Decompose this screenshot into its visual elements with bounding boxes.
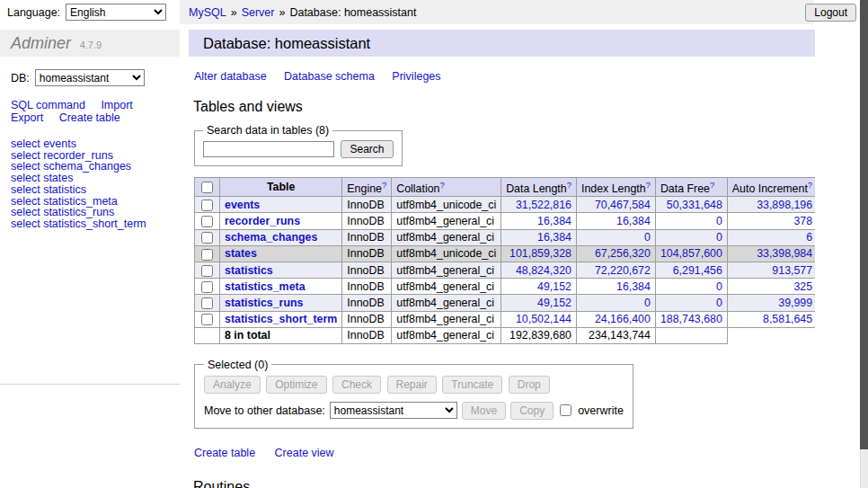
auto-increment-link[interactable]: 8,581,645 <box>763 313 812 325</box>
auto-increment-link[interactable]: 39,999 <box>778 297 812 309</box>
index-length-link[interactable]: 70,467,584 <box>595 199 651 211</box>
row-checkbox[interactable] <box>201 297 213 309</box>
auto-increment-link[interactable]: 378 <box>793 215 812 227</box>
db-select[interactable]: homeassistant <box>35 69 145 86</box>
move-row: Move to other database: homeassistant Mo… <box>204 402 624 420</box>
truncate-button[interactable]: Truncate <box>442 376 502 394</box>
breadcrumb-server-link[interactable]: Server <box>242 6 275 19</box>
data-length-link[interactable]: 16,384 <box>537 215 571 227</box>
app-logo: Adminer <box>11 34 71 52</box>
move-db-select[interactable]: homeassistant <box>330 402 457 419</box>
data-free-link[interactable]: 104,857,600 <box>660 247 722 260</box>
table-link[interactable]: schema_changes <box>225 231 317 244</box>
table-link[interactable]: events <box>225 199 260 211</box>
sidebar-link-export[interactable]: Export <box>11 111 43 124</box>
help-icon[interactable]: ? <box>382 180 386 190</box>
table-row: schema_changes InnoDB utf8mb4_general_ci… <box>195 229 816 245</box>
database-schema-link[interactable]: Database schema <box>284 70 375 83</box>
data-free-link[interactable]: 0 <box>716 280 722 293</box>
data-length-link[interactable]: 48,824,320 <box>516 264 571 277</box>
table-link[interactable]: statistics <box>225 264 273 277</box>
engine-cell: InnoDB <box>342 229 392 245</box>
row-checkbox[interactable] <box>201 200 213 211</box>
sidebar-item-select-states[interactable]: select states <box>11 173 180 184</box>
index-length-link[interactable]: 72,220,672 <box>595 264 651 277</box>
index-length-link[interactable]: 0 <box>644 231 651 244</box>
create-table-link[interactable]: Create table <box>194 447 255 459</box>
data-free-link[interactable]: 50,331,648 <box>667 199 722 211</box>
row-checkbox[interactable] <box>201 281 213 293</box>
data-free-link[interactable]: 6,291,456 <box>673 264 722 277</box>
table-link[interactable]: statistics_runs <box>225 297 303 309</box>
drop-button[interactable]: Drop <box>509 376 550 394</box>
sidebar-link-create-table[interactable]: Create table <box>59 111 120 124</box>
data-free-link[interactable]: 0 <box>716 215 722 227</box>
routines-heading: Routines <box>193 479 815 488</box>
help-icon[interactable]: ? <box>439 180 444 190</box>
sidebar-item-select-statistics-short-term[interactable]: select statistics_short_term <box>11 218 180 230</box>
search-fieldset: Search data in tables (8) Search <box>194 124 403 166</box>
optimize-button[interactable]: Optimize <box>266 376 326 394</box>
data-free-link[interactable]: 0 <box>716 231 722 244</box>
total-spacer <box>727 327 815 343</box>
overwrite-checkbox[interactable] <box>560 404 571 416</box>
vertical-scrollbar[interactable] <box>860 0 868 488</box>
table-link[interactable]: statistics_short_term <box>225 313 337 325</box>
sidebar-link-sql-command[interactable]: SQL command <box>11 99 85 111</box>
breadcrumb-server-type-link[interactable]: MySQL <box>189 6 226 19</box>
column-header-data-length: Data Length? <box>501 178 577 197</box>
column-header-collation: Collation? <box>392 178 501 197</box>
data-length-link[interactable]: 31,522,816 <box>516 199 571 211</box>
table-link[interactable]: recorder_runs <box>225 215 300 227</box>
analyze-button[interactable]: Analyze <box>204 376 261 394</box>
breadcrumb-separator: » <box>279 6 285 19</box>
sidebar-item-select-statistics[interactable]: select statistics <box>11 184 180 196</box>
auto-increment-link[interactable]: 913,577 <box>772 264 812 277</box>
help-icon[interactable]: ? <box>808 180 812 190</box>
index-length-link[interactable]: 24,166,400 <box>595 313 651 325</box>
logout-button[interactable]: Logout <box>805 4 856 22</box>
language-select[interactable]: English <box>66 4 166 21</box>
table-link[interactable]: statistics_meta <box>225 280 306 293</box>
data-length-link[interactable]: 16,384 <box>537 231 571 244</box>
row-checkbox[interactable] <box>201 232 213 244</box>
row-checkbox[interactable] <box>201 314 213 325</box>
move-button[interactable]: Move <box>462 402 506 420</box>
index-length-link[interactable]: 16,384 <box>616 280 651 293</box>
sidebar-divider <box>0 384 180 385</box>
help-icon[interactable]: ? <box>710 180 714 190</box>
sidebar-item-select-events[interactable]: select events <box>11 138 180 150</box>
data-free-link[interactable]: 0 <box>716 297 722 309</box>
scrollbar-thumb[interactable] <box>860 0 868 449</box>
sidebar-link-import[interactable]: Import <box>101 99 132 111</box>
index-length-link[interactable]: 0 <box>644 297 651 309</box>
auto-increment-link[interactable]: 33,398,984 <box>757 247 812 260</box>
data-free-link[interactable]: 188,743,680 <box>660 313 722 325</box>
data-length-link[interactable]: 101,859,328 <box>509 247 571 260</box>
search-button[interactable]: Search <box>341 140 393 158</box>
repair-button[interactable]: Repair <box>387 376 437 394</box>
data-length-link[interactable]: 10,502,144 <box>516 313 571 325</box>
data-length-link[interactable]: 49,152 <box>537 297 571 309</box>
privileges-link[interactable]: Privileges <box>392 70 440 83</box>
search-input[interactable] <box>203 141 334 157</box>
sidebar-table-list: select events select recorder_runs selec… <box>11 138 180 230</box>
row-checkbox[interactable] <box>201 265 213 277</box>
index-length-link[interactable]: 67,256,320 <box>595 247 651 260</box>
row-checkbox[interactable] <box>201 249 213 261</box>
check-button[interactable]: Check <box>332 376 381 394</box>
row-checkbox[interactable] <box>201 216 213 227</box>
help-icon[interactable]: ? <box>567 180 571 190</box>
select-all-checkbox[interactable] <box>201 182 213 193</box>
auto-increment-link[interactable]: 325 <box>793 280 812 293</box>
create-view-link[interactable]: Create view <box>275 447 334 459</box>
auto-increment-link[interactable]: 6 <box>806 231 812 244</box>
table-link[interactable]: states <box>225 247 257 260</box>
total-engine: InnoDB <box>342 327 392 343</box>
index-length-link[interactable]: 16,384 <box>616 215 651 227</box>
help-icon[interactable]: ? <box>646 180 651 190</box>
data-length-link[interactable]: 49,152 <box>537 280 571 293</box>
alter-database-link[interactable]: Alter database <box>194 70 267 83</box>
auto-increment-link[interactable]: 33,898,196 <box>757 199 812 211</box>
copy-button[interactable]: Copy <box>510 402 554 420</box>
